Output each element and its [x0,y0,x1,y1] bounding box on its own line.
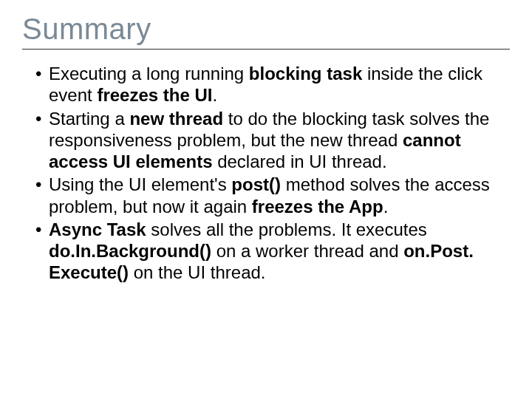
text-run: freezes the UI [97,85,212,105]
text-run: new thread [129,109,223,129]
bullet-item: Async Task solves all the problems. It e… [35,219,504,284]
bullet-list: Executing a long running blocking task i… [22,63,510,284]
bullet-item: Using the UI element's post() method sol… [35,174,504,217]
text-run: Using the UI element's [49,174,231,194]
text-run: do.In.Background() [49,241,211,261]
text-run: Async Task [49,219,146,239]
bullet-item: Executing a long running blocking task i… [35,63,504,106]
text-run: post() [231,174,281,194]
text-run: freezes the App [252,197,383,216]
slide: Summary Executing a long running blockin… [0,0,532,399]
text-run: solves all the problems. It executes [146,219,427,239]
slide-title: Summary [22,13,510,50]
text-run: on the UI thread. [129,262,265,282]
text-run: . [383,197,389,216]
bullet-item: Starting a new thread to do the blocking… [35,108,504,173]
text-run: blocking task [249,64,362,83]
text-run: Executing a long running [49,64,249,83]
text-run: Starting a [49,109,129,129]
text-run: declared in UI thread. [212,151,386,171]
text-run: on a worker thread and [211,241,403,261]
text-run: . [212,85,217,105]
